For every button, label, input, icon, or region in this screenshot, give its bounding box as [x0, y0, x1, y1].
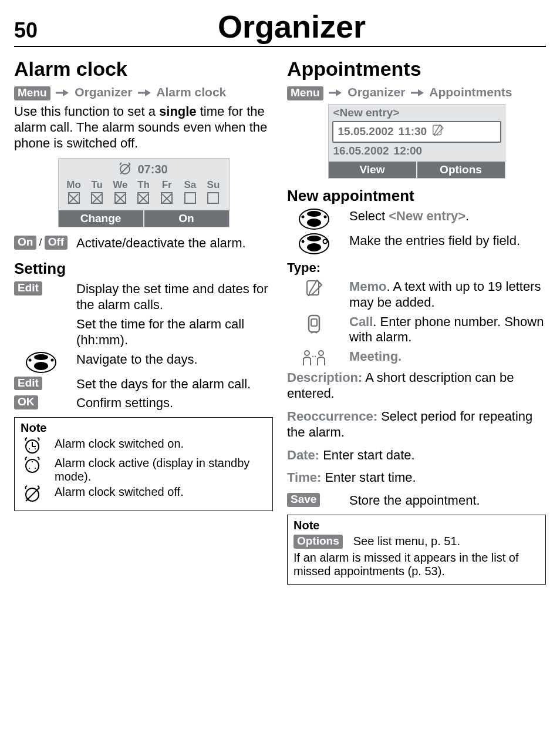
time-field: Time: Enter start time. — [287, 470, 546, 486]
crumb-appointments: Appointments — [429, 85, 512, 99]
weekday-col: We — [111, 179, 130, 207]
arrow-icon — [329, 89, 342, 96]
weekday-checkbox[interactable] — [184, 192, 196, 204]
nav-key-right-icon — [287, 233, 341, 254]
meeting-icon — [287, 349, 341, 367]
weekday-label: We — [111, 179, 130, 191]
weekday-checkbox[interactable] — [161, 192, 173, 204]
arrow-icon — [56, 89, 69, 96]
edit-chip[interactable]: Edit — [14, 281, 42, 296]
right-column: Appointments Menu Organizer Appointments… — [287, 58, 546, 585]
breadcrumb: Menu Organizer Alarm clock — [14, 85, 273, 100]
edit-chip[interactable]: Edit — [14, 377, 42, 391]
alarm-off-icon — [21, 485, 44, 503]
on-off-chips: On / Off — [14, 236, 68, 250]
menu-chip[interactable]: Menu — [14, 86, 50, 100]
breadcrumb: Menu Organizer Appointments — [287, 85, 546, 100]
softkey-options[interactable]: Options — [416, 162, 505, 178]
weekday-label: Su — [204, 179, 222, 191]
save-desc: Store the appointment. — [349, 493, 546, 509]
softkey-bar: View Options — [329, 162, 505, 178]
type-memo: Memo. A text with up to 19 letters may b… — [349, 279, 546, 311]
note-off: Alarm clock switched off. — [55, 485, 266, 499]
list-item-new[interactable]: <New entry> — [329, 105, 505, 121]
softkey-bar: Change On — [59, 210, 229, 227]
note-options: See list menu, p. 51. — [353, 535, 539, 548]
weekday-col: Th — [134, 179, 153, 207]
note-active: Alarm clock active (display in standby m… — [55, 456, 266, 484]
weekday-row: MoTuWeThFrSaSu — [63, 178, 224, 208]
call-icon — [287, 314, 341, 334]
alarm-on-icon — [21, 437, 44, 455]
weekday-label: Fr — [157, 179, 176, 191]
softkey-change[interactable]: Change — [59, 210, 143, 227]
weekday-checkbox[interactable] — [68, 192, 80, 204]
alarm-clock-title: Alarm clock — [14, 58, 273, 80]
weekday-checkbox[interactable] — [137, 192, 149, 204]
softkey-on[interactable]: On — [143, 210, 229, 227]
softkey-view[interactable]: View — [329, 162, 416, 178]
crumb-alarm: Alarm clock — [156, 85, 226, 99]
weekday-col: Tu — [87, 179, 106, 207]
type-call: Call. Enter phone number. Shown with ala… — [349, 314, 546, 346]
alarm-intro: Use this function to set a single time f… — [14, 104, 273, 151]
note-box-left: Note Alarm clock switched on. Alarm cloc… — [14, 417, 273, 511]
note-title: Note — [294, 519, 539, 532]
list-item[interactable]: 16.05.2002 12:00 — [329, 143, 505, 159]
weekday-checkbox[interactable] — [91, 192, 103, 204]
edit1-desc: Display the set time and dates for the a… — [76, 281, 273, 313]
on-chip[interactable]: On — [14, 236, 36, 250]
note-on: Alarm clock switched on. — [55, 437, 266, 451]
ok-desc: Confirm settings. — [76, 395, 273, 411]
appointments-phone-screen: <New entry> 15.05.2002 11:30 16.05.2002 … — [328, 104, 505, 179]
weekday-col: Sa — [181, 179, 200, 207]
setting-title: Setting — [14, 260, 273, 278]
nav-key-icon — [14, 352, 68, 373]
off-chip[interactable]: Off — [45, 236, 68, 250]
weekday-label: Tu — [87, 179, 106, 191]
new-appointment-title: New appointment — [287, 187, 546, 205]
left-column: Alarm clock Menu Organizer Alarm clock U… — [14, 58, 273, 585]
step-select-new: Select <New entry>. — [349, 209, 546, 224]
description-field: Description: A short description can be … — [287, 370, 546, 402]
save-chip[interactable]: Save — [287, 493, 320, 507]
page-header: 50 Organizer — [14, 8, 546, 47]
weekday-col: Fr — [157, 179, 176, 207]
reoccurrence-field: Reoccurrence: Select period for repeatin… — [287, 409, 546, 441]
list-item-selected[interactable]: 15.05.2002 11:30 — [332, 121, 501, 143]
weekday-label: Mo — [65, 179, 83, 191]
page-number: 50 — [14, 18, 38, 43]
set-time-desc: Set the time for the alarm call (hh:mm). — [76, 317, 273, 348]
weekday-label: Sa — [181, 179, 200, 191]
appointments-title: Appointments — [287, 58, 546, 80]
type-meeting: Meeting. — [349, 349, 546, 365]
crumb-organizer: Organizer — [348, 85, 405, 99]
ok-chip[interactable]: OK — [14, 395, 38, 409]
date-field: Date: Enter start date. — [287, 448, 546, 464]
menu-chip[interactable]: Menu — [287, 86, 323, 100]
weekday-label: Th — [134, 179, 153, 191]
type-label: Type: — [287, 260, 546, 276]
arrow-icon — [411, 89, 424, 96]
nav-desc: Navigate to the days. — [76, 352, 273, 368]
weekday-checkbox[interactable] — [207, 192, 219, 204]
step-entries: Make the entries field by field. — [349, 233, 546, 249]
alarm-off-icon — [119, 162, 131, 178]
crumb-organizer: Organizer — [75, 85, 132, 99]
weekday-col: Mo — [65, 179, 83, 207]
weekday-checkbox[interactable] — [114, 192, 126, 204]
alarm-phone-screen: 07:30 MoTuWeThFrSaSu Change On — [58, 158, 230, 227]
weekday-col: Su — [204, 179, 222, 207]
alarm-active-icon — [21, 456, 44, 474]
alarm-time-display: 07:30 — [63, 162, 224, 178]
on-off-desc: Activate/deactivate the alarm. — [76, 236, 273, 251]
arrow-icon — [138, 89, 151, 96]
note-title: Note — [21, 421, 266, 435]
page-title: Organizer — [38, 8, 546, 45]
memo-icon — [431, 124, 444, 140]
options-chip[interactable]: Options — [294, 535, 343, 549]
edit2-desc: Set the days for the alarm call. — [76, 377, 273, 392]
memo-icon — [287, 279, 341, 298]
note-box-right: Note Options See list menu, p. 51. If an… — [287, 515, 546, 585]
note-missed: If an alarm is missed it appears in the … — [294, 551, 539, 578]
